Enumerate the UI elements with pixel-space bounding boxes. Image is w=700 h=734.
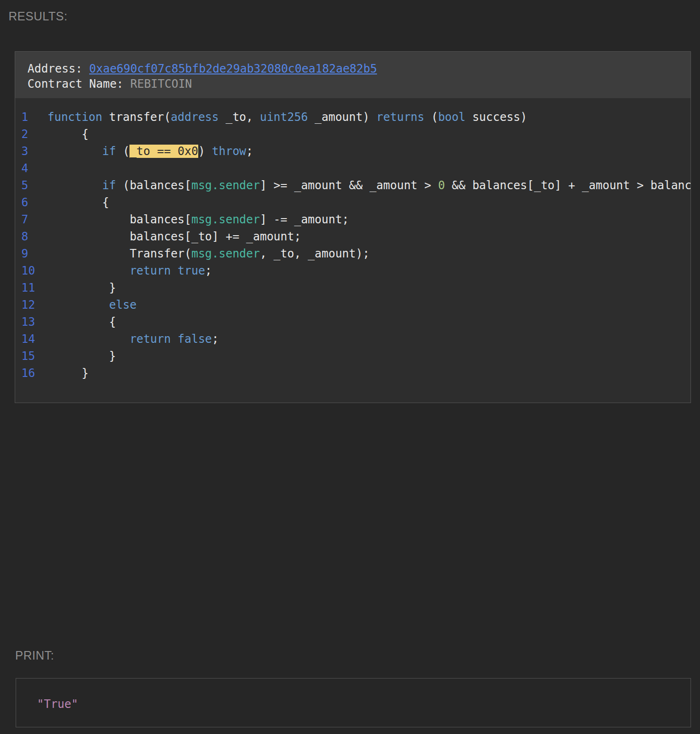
code-line: 8 balances[_to] += _amount; xyxy=(15,228,691,245)
code-text: } xyxy=(47,349,691,363)
contract-name-row: Contract Name: REBITCOIN xyxy=(28,76,678,92)
code-text: else xyxy=(47,298,691,312)
contract-address-link[interactable]: 0xae690cf07c85bfb2de29ab32080c0ea182ae82… xyxy=(89,62,377,75)
line-number: 2 xyxy=(15,128,47,141)
line-number: 6 xyxy=(15,196,47,209)
contract-info-header: Address: 0xae690cf07c85bfb2de29ab32080c0… xyxy=(15,52,691,98)
code-text: { xyxy=(47,315,691,329)
code-text: return false; xyxy=(47,332,691,346)
code-text: } xyxy=(47,281,691,294)
code-line: 5 if (balances[msg.sender] >= _amount &&… xyxy=(15,177,691,194)
line-number: 10 xyxy=(15,264,47,277)
print-output-box: "True" xyxy=(16,678,691,727)
highlighted-code: _to == 0x0 xyxy=(129,145,198,158)
code-line: 9 Transfer(msg.sender, _to, _amount); xyxy=(15,245,691,262)
line-number: 8 xyxy=(15,230,47,243)
code-line: 13 { xyxy=(15,313,691,330)
code-line: 7 balances[msg.sender] -= _amount; xyxy=(15,211,691,228)
line-number: 1 xyxy=(15,110,47,124)
code-text: Transfer(msg.sender, _to, _amount); xyxy=(47,247,691,260)
address-row: Address: 0xae690cf07c85bfb2de29ab32080c0… xyxy=(28,61,678,76)
line-number: 14 xyxy=(15,332,47,346)
results-section-label: RESULTS: xyxy=(9,9,67,23)
code-text: { xyxy=(47,128,691,141)
code-text: if (balances[msg.sender] >= _amount && _… xyxy=(47,179,691,192)
code-line: 14 return false; xyxy=(15,330,691,348)
code-line: 15 } xyxy=(15,348,691,365)
code-text: function transfer(address _to, uint256 _… xyxy=(47,110,691,124)
line-number: 13 xyxy=(15,315,47,329)
code-text: balances[_to] += _amount; xyxy=(47,230,691,243)
line-number: 12 xyxy=(15,298,47,312)
line-number: 5 xyxy=(15,179,47,192)
line-number: 3 xyxy=(15,145,47,158)
line-number: 11 xyxy=(15,281,47,294)
code-text: } xyxy=(47,367,691,380)
code-line: 6 { xyxy=(15,194,691,211)
line-number: 7 xyxy=(15,213,47,226)
code-line: 4 xyxy=(15,160,691,177)
code-line: 10 return true; xyxy=(15,262,691,279)
line-number: 15 xyxy=(15,349,47,363)
code-line: 3 if (_to == 0x0) throw; xyxy=(15,143,691,160)
code-text: return true; xyxy=(47,264,691,277)
code-line: 1function transfer(address _to, uint256 … xyxy=(15,109,691,126)
code-line: 11 } xyxy=(15,279,691,296)
line-number: 4 xyxy=(15,162,47,175)
line-number: 16 xyxy=(15,367,47,380)
code-line: 16 } xyxy=(15,365,691,382)
code-text: { xyxy=(47,196,691,209)
contract-name-value: REBITCOIN xyxy=(130,77,192,91)
print-output-value: "True" xyxy=(37,697,78,711)
code-text: balances[msg.sender] -= _amount; xyxy=(47,213,691,226)
code-block: 1function transfer(address _to, uint256 … xyxy=(15,98,691,403)
address-label: Address: xyxy=(28,62,89,75)
code-text: if (_to == 0x0) throw; xyxy=(47,145,691,158)
code-line: 2 { xyxy=(15,126,691,143)
code-line: 12 else xyxy=(15,296,691,313)
results-panel: Address: 0xae690cf07c85bfb2de29ab32080c0… xyxy=(15,51,691,403)
contract-name-label: Contract Name: xyxy=(28,77,130,91)
print-section-label: PRINT: xyxy=(15,649,54,662)
line-number: 9 xyxy=(15,247,47,260)
